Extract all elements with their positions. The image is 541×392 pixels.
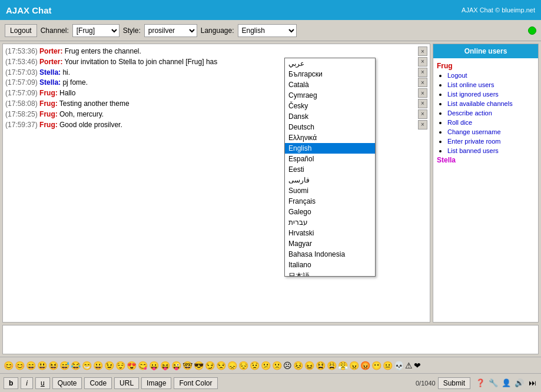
emoji-button[interactable]: 💀	[394, 361, 404, 370]
emoji-button[interactable]: 😌	[115, 361, 125, 370]
channel-select[interactable]: [Frug]	[72, 24, 120, 37]
list-item[interactable]: Dansk	[285, 111, 375, 122]
list-item[interactable]: Bahasa Indonesia	[285, 249, 375, 260]
close-message-button[interactable]: ×	[418, 88, 427, 98]
image-button[interactable]: Image	[141, 377, 171, 389]
emoji-button[interactable]: 😐	[383, 361, 393, 370]
style-select[interactable]: prosilver	[144, 24, 197, 37]
action-link[interactable]: List ignored users	[447, 91, 499, 98]
action-link[interactable]: Enter private room	[447, 138, 500, 145]
emoji-button[interactable]: 😟	[250, 361, 260, 370]
action-link[interactable]: List banned users	[447, 147, 499, 154]
list-item[interactable]: English	[285, 143, 375, 154]
emoji-button[interactable]: 😛	[149, 361, 159, 370]
list-item[interactable]: Català	[285, 79, 375, 90]
emoji-button[interactable]: 😠	[349, 361, 359, 370]
emoji-button[interactable]: 🙁	[272, 361, 282, 370]
emoji-button[interactable]: 😫	[316, 361, 326, 370]
help-icon[interactable]: ❓	[475, 378, 486, 388]
emoji-button[interactable]: 😕	[261, 361, 271, 370]
emoji-button[interactable]: 😆	[48, 361, 58, 370]
emoji-button[interactable]: ☹	[283, 361, 292, 370]
action-link[interactable]: Change username	[447, 128, 501, 135]
emoji-button[interactable]: 😂	[71, 361, 81, 370]
code-button[interactable]: Code	[84, 377, 112, 389]
emoji-button[interactable]: 😖	[304, 361, 314, 370]
emoji-button[interactable]: 😏	[205, 361, 215, 370]
emoji-button[interactable]: ❤	[414, 361, 421, 370]
submit-button[interactable]: Submit	[438, 377, 470, 389]
emoji-button[interactable]: 😁	[82, 361, 92, 370]
close-message-button[interactable]: ×	[418, 78, 427, 87]
chat-input[interactable]	[3, 325, 538, 354]
emoji-button[interactable]: 😤	[338, 361, 348, 370]
list-item[interactable]: Hrvatski	[285, 228, 375, 238]
close-message-button[interactable]: ×	[418, 109, 427, 119]
emoji-button[interactable]: 😶	[371, 361, 381, 370]
emoji-button[interactable]: 😊	[15, 361, 25, 370]
underline-button[interactable]: u	[35, 377, 50, 389]
language-select[interactable]: English	[238, 24, 297, 37]
bold-button[interactable]: b	[4, 377, 18, 389]
emoji-button[interactable]: 😊	[4, 361, 14, 370]
emoji-button[interactable]: 😅	[59, 361, 69, 370]
emoji-button[interactable]: 😎	[194, 361, 204, 370]
emoji-button[interactable]: 😜	[171, 361, 181, 370]
language-list[interactable]: عربيБългарскиCatalàCymraegČeskyDanskDeut…	[285, 58, 375, 276]
user-icon[interactable]: 👤	[501, 378, 512, 388]
emoji-button[interactable]: 😞	[227, 361, 237, 370]
emoji-button[interactable]: 😒	[216, 361, 226, 370]
forward-icon[interactable]: ⏭	[527, 378, 537, 388]
action-link[interactable]: List available channels	[447, 100, 513, 107]
username: Frug:	[39, 99, 58, 108]
action-link[interactable]: Logout	[447, 72, 467, 79]
list-item[interactable]: Eesti	[285, 164, 375, 175]
logout-button[interactable]: Logout	[5, 24, 37, 37]
emoji-button[interactable]: 😣	[293, 361, 303, 370]
emoji-button[interactable]: 😃	[37, 361, 47, 370]
close-message-button[interactable]: ×	[418, 46, 427, 56]
list-item[interactable]: Español	[285, 154, 375, 164]
close-message-button[interactable]: ×	[418, 57, 427, 67]
quote-button[interactable]: Quote	[52, 377, 82, 389]
timestamp: (17:53:36)	[5, 47, 39, 55]
list-item[interactable]: Ελληνικά	[285, 132, 375, 143]
emoji-button[interactable]: 😍	[127, 361, 137, 370]
emoji-button[interactable]: 😉	[104, 361, 114, 370]
list-item[interactable]: عربي	[285, 58, 375, 69]
settings-icon[interactable]: 🔧	[488, 378, 499, 388]
action-link[interactable]: List online users	[447, 81, 494, 88]
list-item[interactable]: Magyar	[285, 238, 375, 249]
list-item[interactable]: Česky	[285, 101, 375, 111]
list-item[interactable]: Italiano	[285, 260, 375, 270]
list-item[interactable]: Deutsch	[285, 122, 375, 132]
list-item[interactable]: Français	[285, 196, 375, 207]
emoji-button[interactable]: ⚠	[405, 361, 413, 370]
emoji-button[interactable]: 🤓	[182, 361, 192, 370]
url-button[interactable]: URL	[114, 377, 139, 389]
language-dropdown[interactable]: عربيБългарскиCatalàCymraegČeskyDanskDeut…	[284, 58, 376, 277]
list-item[interactable]: فارسی	[285, 175, 375, 185]
font-color-button[interactable]: Font Color	[174, 377, 217, 389]
list-item[interactable]: Български	[285, 69, 375, 79]
close-message-button[interactable]: ×	[418, 120, 427, 129]
close-message-button[interactable]: ×	[418, 99, 427, 108]
list-item[interactable]: עברית	[285, 217, 375, 228]
list-item[interactable]: Suomi	[285, 185, 375, 196]
emoji-button[interactable]: 😔	[238, 361, 248, 370]
italic-button[interactable]: i	[21, 377, 33, 389]
emoji-button[interactable]: 😡	[360, 361, 370, 370]
close-message-button[interactable]: ×	[418, 68, 427, 77]
action-link[interactable]: Roll dice	[447, 119, 472, 126]
list-item[interactable]: Galego	[285, 207, 375, 217]
emoji-button[interactable]: 😋	[138, 361, 148, 370]
timestamp: (17:58:08)	[5, 99, 39, 108]
sound-icon[interactable]: 🔊	[514, 378, 525, 388]
list-item[interactable]: Cymraeg	[285, 90, 375, 101]
emoji-button[interactable]: 😀	[93, 361, 103, 370]
emoji-button[interactable]: 😩	[327, 361, 337, 370]
list-item[interactable]: 日本語	[285, 270, 375, 276]
emoji-button[interactable]: 😄	[26, 361, 36, 370]
emoji-button[interactable]: 😝	[160, 361, 170, 370]
action-link[interactable]: Describe action	[447, 109, 492, 117]
